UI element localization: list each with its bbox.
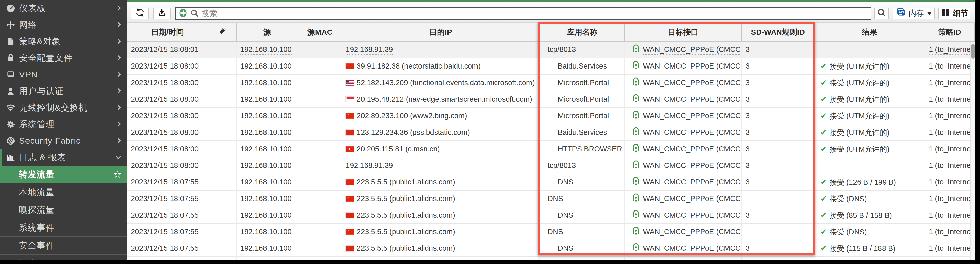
application-name[interactable]: DNS <box>558 211 573 219</box>
source-ip[interactable]: 192.168.10.100 <box>240 45 292 55</box>
refresh-button[interactable] <box>131 8 149 19</box>
policy-id[interactable]: 1 (to_Internet <box>929 227 973 236</box>
policy-id[interactable]: 1 (to_Internet <box>929 128 973 136</box>
column-header-date[interactable]: 日期/时间 <box>127 24 208 41</box>
source-ip[interactable]: 192.168.10.100 <box>240 227 292 236</box>
destination-ip[interactable]: 223.5.5.5 (public1.alidns.com) <box>356 227 455 236</box>
application-name[interactable]: tcp/8013 <box>547 161 576 170</box>
table-row[interactable]: 2023/12/15 18:08:00192.168.10.100192.168… <box>127 157 975 174</box>
interface-name[interactable]: WAN_CMCC_PPPoE (CMCC) <box>643 227 742 236</box>
sidebar-item-chart[interactable]: 日志 & 报表 <box>0 149 127 166</box>
column-header-sdwan[interactable]: SD-WAN规则ID <box>742 24 814 41</box>
interface-name[interactable]: WAN_CMCC_PPPoE (CMCC) <box>643 45 742 55</box>
policy-id[interactable]: 1 (to_Internet <box>929 161 973 170</box>
policy-id[interactable]: 1 (to_Internet <box>929 112 973 120</box>
table-row[interactable]: 2023/12/15 18:08:00192.168.10.10039.91.1… <box>127 58 975 75</box>
column-header-srcmac[interactable]: 源MAC <box>298 24 342 41</box>
interface-name[interactable]: WAN_CMCC_PPPoE (CMCC) <box>643 145 742 153</box>
table-row[interactable]: 2023/12/15 18:08:00192.168.10.10020.205.… <box>127 141 975 157</box>
policy-id[interactable]: 1 (to_Internet <box>929 178 973 186</box>
interface-name[interactable]: WAN_CMCC_PPPoE (CMCC) <box>643 211 742 219</box>
source-ip[interactable]: 192.168.10.100 <box>240 95 292 103</box>
policy-id[interactable]: 1 (to_Internet <box>929 194 973 203</box>
application-name[interactable]: Microsoft.Portal <box>558 95 609 103</box>
table-row[interactable]: 2023/12/15 18:08:01192.168.10.100192.168… <box>127 42 975 58</box>
application-name[interactable]: tcp/8013 <box>547 45 576 53</box>
source-ip[interactable]: 192.168.10.100 <box>240 178 292 186</box>
column-header-attach[interactable] <box>208 24 237 41</box>
column-header-dst[interactable]: 目的IP <box>342 24 540 41</box>
application-name[interactable]: DNS <box>558 244 573 252</box>
policy-id[interactable]: 1 (to_Internet <box>929 95 973 103</box>
destination-ip[interactable]: 223.5.5.5 (public1.alidns.com) <box>356 244 455 252</box>
sidebar-item-lock[interactable]: 安全配置文件 <box>0 50 127 66</box>
table-row[interactable]: 2023/12/15 18:07:55192.168.10.100223.5.5… <box>127 207 975 224</box>
destination-ip[interactable]: 192.168.91.39 <box>346 45 393 55</box>
log-source-dropdown[interactable]: 内存 <box>893 8 935 19</box>
column-header-policy[interactable]: 策略ID <box>925 24 975 41</box>
application-name[interactable]: Microsoft.Portal <box>558 78 609 86</box>
source-ip[interactable]: 192.168.10.100 <box>240 62 292 70</box>
destination-ip[interactable]: 192.168.91.39 <box>346 161 393 170</box>
application-name[interactable]: Baidu.Services <box>558 62 607 70</box>
destination-ip[interactable]: 223.5.5.5 (public1.alidns.com) <box>356 194 455 203</box>
column-header-result[interactable]: 结果 <box>814 24 925 41</box>
policy-id[interactable]: 1 (to_Internet <box>929 45 973 55</box>
column-header-src[interactable]: 源 <box>237 24 298 41</box>
column-header-app[interactable]: 应用名称 <box>540 24 625 41</box>
destination-ip[interactable]: 123.129.234.36 (pss.bdstatic.com) <box>356 128 470 136</box>
sidebar-item-sub-15[interactable]: 报告 <box>0 255 127 261</box>
table-row[interactable]: 2023/12/15 18:07:55192.168.10.100223.5.5… <box>127 190 975 207</box>
interface-name[interactable]: WAN_CMCC_PPPoE (CMCC) <box>643 78 742 86</box>
destination-ip[interactable]: 202.89.233.100 (www2.bing.com) <box>356 112 467 120</box>
destination-ip[interactable]: 39.91.182.38 (hectorstatic.baidu.com) <box>356 62 480 70</box>
source-ip[interactable]: 192.168.10.100 <box>240 78 292 86</box>
sidebar-item-wifi[interactable]: 无线控制&交换机 <box>0 99 127 116</box>
source-ip[interactable]: 192.168.10.100 <box>240 145 292 153</box>
source-ip[interactable]: 192.168.10.100 <box>240 211 292 219</box>
sidebar-item-vpn[interactable]: VPN <box>0 66 127 83</box>
policy-id[interactable]: 1 (to_Internet <box>929 145 973 153</box>
interface-name[interactable]: WAN_CMCC_PPPoE (CMCC) <box>643 95 742 103</box>
table-row[interactable]: 2023/12/15 18:07:55192.168.10.100223.5.5… <box>127 224 975 240</box>
add-filter-icon[interactable] <box>178 8 188 19</box>
interface-name[interactable]: WAN_CMCC_PPPoE (CMCC) <box>643 161 742 170</box>
sidebar-item-sub-13[interactable]: 系统事件 <box>0 219 127 237</box>
sidebar-item-sub-12[interactable]: 嗅探流量 <box>0 201 127 219</box>
policy-id[interactable]: 1 (to_Internet <box>929 211 973 219</box>
table-row[interactable]: 2023/12/15 18:07:55192.168.10.100223.5.5… <box>127 257 975 261</box>
table-row[interactable]: 2023/12/15 18:08:00192.168.10.10052.182.… <box>127 75 975 91</box>
sidebar-item-gear[interactable]: 系统管理 <box>0 116 127 133</box>
download-button[interactable] <box>153 8 170 19</box>
sidebar-item-user[interactable]: 用户与认证 <box>0 83 127 99</box>
column-header-iface[interactable]: 目标接口 <box>625 24 742 41</box>
source-ip[interactable]: 192.168.10.100 <box>240 128 292 136</box>
vertical-scrollbar[interactable] <box>970 42 975 261</box>
interface-name[interactable]: WAN_CMCC_PPPoE (CMCC) <box>643 112 742 120</box>
interface-name[interactable]: WAN_CMCC_PPPoE (CMCC) <box>643 128 742 136</box>
sidebar-item-dashboard[interactable]: 仪表板 <box>0 0 127 16</box>
sidebar-item-sub-10[interactable]: 转发流量☆ <box>0 166 127 184</box>
source-ip[interactable]: 192.168.10.100 <box>240 161 292 170</box>
application-name[interactable]: Baidu.Services <box>558 128 607 136</box>
table-row[interactable]: 2023/12/15 18:08:00192.168.10.100123.129… <box>127 124 975 141</box>
table-row[interactable]: 2023/12/15 18:08:00192.168.10.10020.195.… <box>127 91 975 108</box>
policy-id[interactable]: 1 (to_Internet <box>929 244 973 252</box>
destination-ip[interactable]: 20.205.115.81 (c.msn.cn) <box>356 145 440 153</box>
scrollbar-thumb[interactable] <box>971 44 975 59</box>
source-ip[interactable]: 192.168.10.100 <box>240 244 292 252</box>
table-row[interactable]: 2023/12/15 18:08:00192.168.10.100202.89.… <box>127 108 975 124</box>
destination-ip[interactable]: 223.5.5.5 (public1.alidns.com) <box>356 211 455 219</box>
details-toggle-button[interactable]: 细节 <box>938 8 970 19</box>
destination-ip[interactable]: 52.182.143.209 (functional.events.data.m… <box>356 78 535 86</box>
favorite-star-icon[interactable]: ☆ <box>113 169 122 180</box>
source-ip[interactable]: 192.168.10.100 <box>240 194 292 203</box>
sidebar-item-sub-11[interactable]: 本地流量 <box>0 184 127 201</box>
table-row[interactable]: 2023/12/15 18:07:55192.168.10.100223.5.5… <box>127 174 975 190</box>
sidebar-item-fabric[interactable]: Security Fabric <box>0 133 127 149</box>
application-name[interactable]: HTTPS.BROWSER <box>558 145 622 153</box>
destination-ip[interactable]: 223.5.5.5 (public1.alidns.com) <box>356 178 455 186</box>
destination-ip[interactable]: 20.195.48.212 (nav-edge.smartscreen.micr… <box>356 95 532 103</box>
policy-id[interactable]: 1 (to_Internet <box>929 78 973 86</box>
interface-name[interactable]: WAN_CMCC_PPPoE (CMCC) <box>643 194 742 203</box>
